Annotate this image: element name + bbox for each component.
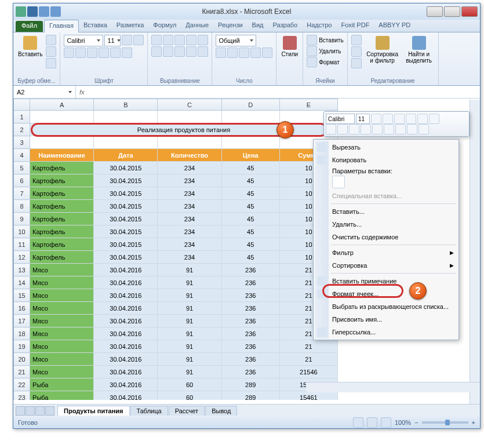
- data-cell[interactable]: 30.04.2015: [94, 238, 158, 251]
- font-size-combo[interactable]: 11: [104, 35, 121, 46]
- data-cell[interactable]: 30.04.2016: [94, 289, 158, 302]
- cells-insert-button[interactable]: Вставить: [307, 35, 343, 45]
- data-cell[interactable]: 21546: [279, 366, 337, 378]
- tab-developer[interactable]: Разрабо: [268, 20, 303, 32]
- view-normal-icon[interactable]: [353, 417, 363, 428]
- cell[interactable]: [94, 136, 158, 149]
- data-cell[interactable]: 30.04.2016: [94, 378, 158, 391]
- ctx-define-name[interactable]: Присвоить имя...: [315, 313, 457, 326]
- data-cell[interactable]: Мясо: [30, 302, 94, 315]
- font-color-icon[interactable]: [122, 48, 132, 58]
- minimize-button[interactable]: [427, 6, 443, 17]
- ctx-insert[interactable]: Вставить...: [315, 205, 457, 218]
- zoom-out-icon[interactable]: −: [414, 419, 418, 426]
- row-header-7[interactable]: 7: [14, 187, 30, 200]
- data-cell[interactable]: 236: [221, 302, 279, 315]
- format-painter-icon[interactable]: [46, 58, 56, 68]
- data-cell[interactable]: 234: [158, 238, 221, 251]
- data-cell[interactable]: 30.04.2016: [94, 353, 158, 366]
- align-bottom-icon[interactable]: [174, 35, 185, 45]
- data-cell[interactable]: 45: [221, 238, 279, 251]
- data-cell[interactable]: Мясо: [30, 353, 94, 366]
- cell[interactable]: [221, 111, 279, 123]
- tab-data[interactable]: Данные: [181, 20, 213, 32]
- mt-painter-icon[interactable]: [429, 114, 439, 124]
- row-header-19[interactable]: 19: [14, 340, 30, 353]
- mt-shrink-icon[interactable]: [383, 114, 393, 124]
- align-right-icon[interactable]: [174, 46, 185, 57]
- ctx-delete[interactable]: Удалить...: [315, 218, 457, 231]
- data-cell[interactable]: 91: [158, 315, 221, 327]
- sheet-nav-prev-icon[interactable]: [26, 406, 35, 416]
- data-cell[interactable]: 236: [221, 327, 279, 340]
- tab-addins[interactable]: Надстро: [302, 20, 336, 32]
- data-cell[interactable]: 91: [158, 327, 221, 340]
- data-cell[interactable]: 91: [158, 366, 221, 378]
- redo-icon[interactable]: [50, 6, 61, 17]
- row-header-22[interactable]: 22: [14, 378, 30, 391]
- data-cell[interactable]: Мясо: [30, 315, 94, 327]
- data-cell[interactable]: 91: [158, 353, 221, 366]
- formula-input[interactable]: fx: [76, 86, 480, 98]
- tab-view[interactable]: Вид: [248, 20, 268, 32]
- data-cell[interactable]: 91: [158, 289, 221, 302]
- undo-icon[interactable]: [39, 6, 49, 17]
- row-header-10[interactable]: 10: [14, 225, 30, 238]
- sheet-nav-next-icon[interactable]: [35, 406, 45, 416]
- maximize-button[interactable]: [444, 6, 460, 17]
- find-select-button[interactable]: Найти и выделить: [403, 35, 435, 65]
- zoom-thumb[interactable]: [445, 420, 450, 425]
- data-cell[interactable]: Картофель: [30, 251, 94, 264]
- data-cell[interactable]: 30.04.2016: [94, 340, 158, 353]
- data-cell[interactable]: 234: [158, 213, 221, 225]
- table-header-cell[interactable]: Дата: [94, 149, 158, 162]
- data-cell[interactable]: 236: [221, 276, 279, 289]
- data-cell[interactable]: 30.04.2015: [94, 225, 158, 238]
- mt-size-combo[interactable]: 11: [356, 114, 370, 124]
- italic-icon[interactable]: [75, 48, 86, 58]
- data-cell[interactable]: Картофель: [30, 238, 94, 251]
- grow-font-icon[interactable]: [122, 35, 132, 45]
- row-header-15[interactable]: 15: [14, 289, 30, 302]
- data-cell[interactable]: 289: [221, 391, 279, 400]
- close-button[interactable]: [461, 6, 478, 17]
- row-header-13[interactable]: 13: [14, 264, 30, 276]
- currency-icon[interactable]: [216, 48, 226, 58]
- cells-format-button[interactable]: Формат: [307, 57, 340, 67]
- tab-foxit[interactable]: Foxit PDF: [336, 20, 374, 32]
- row-header-12[interactable]: 12: [14, 251, 30, 264]
- data-cell[interactable]: 21: [279, 353, 337, 366]
- save-icon[interactable]: [27, 6, 38, 17]
- border-icon[interactable]: [99, 48, 109, 58]
- ctx-hyperlink[interactable]: Гиперссылка...: [315, 326, 457, 338]
- data-cell[interactable]: 45: [221, 187, 279, 200]
- col-header-D[interactable]: D: [221, 99, 279, 111]
- align-top-icon[interactable]: [151, 35, 162, 45]
- row-header-6[interactable]: 6: [14, 174, 30, 187]
- data-cell[interactable]: 45: [221, 174, 279, 187]
- col-header-C[interactable]: C: [158, 99, 221, 111]
- data-cell[interactable]: 30.04.2015: [94, 162, 158, 174]
- data-cell[interactable]: 234: [158, 162, 221, 174]
- mt-incdec-icon[interactable]: [395, 124, 406, 134]
- autosum-icon[interactable]: [351, 35, 362, 45]
- mt-fontcolor-icon[interactable]: [384, 124, 394, 134]
- sheet-tab-2[interactable]: Рассчет: [169, 406, 205, 416]
- data-cell[interactable]: 30.04.2016: [94, 302, 158, 315]
- table-header-cell[interactable]: Цена: [221, 149, 279, 162]
- table-header-cell[interactable]: Наименование: [30, 149, 94, 162]
- cell[interactable]: [30, 111, 94, 123]
- percent-icon[interactable]: [227, 48, 238, 58]
- mt-border-icon[interactable]: [361, 124, 371, 134]
- mt-align-icon[interactable]: [349, 124, 359, 134]
- data-cell[interactable]: 45: [221, 162, 279, 174]
- zoom-slider[interactable]: [422, 421, 468, 424]
- data-cell[interactable]: 30.04.2016: [94, 264, 158, 276]
- row-header-4[interactable]: 4: [14, 149, 30, 162]
- dec-decimal-icon[interactable]: [262, 48, 272, 58]
- inc-decimal-icon[interactable]: [250, 48, 261, 58]
- data-cell[interactable]: 60: [158, 391, 221, 400]
- sheet-tab-3[interactable]: Вывод: [205, 406, 237, 416]
- underline-icon[interactable]: [87, 48, 97, 58]
- view-layout-icon[interactable]: [367, 417, 377, 428]
